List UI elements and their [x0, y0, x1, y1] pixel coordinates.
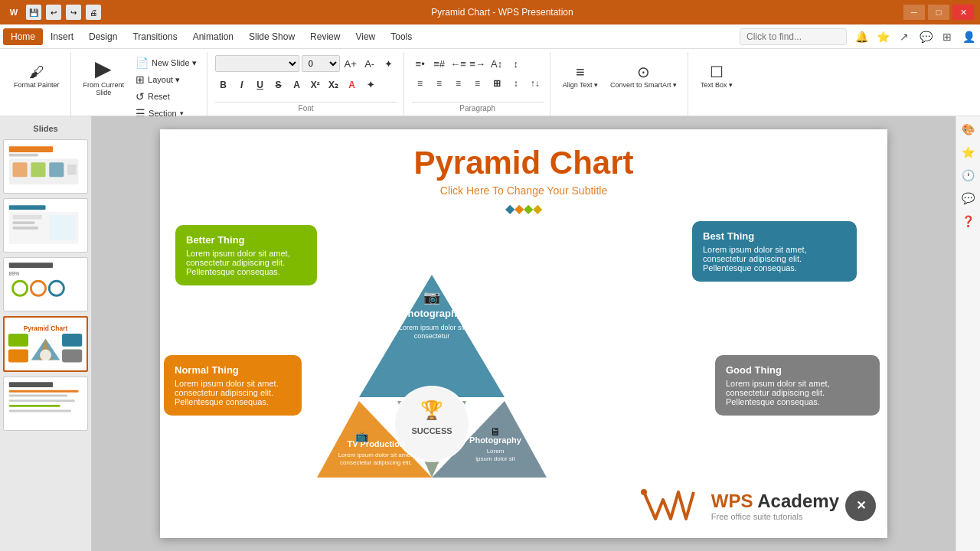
minimize-button[interactable]: ─ [903, 5, 925, 20]
align-text-icon: ≡ [576, 64, 585, 80]
slide-canvas[interactable]: Pyramid Chart Click Here To Change Your … [160, 129, 887, 538]
save-icon[interactable]: 💾 [26, 5, 41, 20]
text-shadow-button[interactable]: A [289, 77, 305, 93]
text-dir-button[interactable]: A↕ [488, 55, 505, 72]
slide-thumb-1[interactable] [3, 139, 88, 194]
comment-icon[interactable]: 💬 [917, 28, 934, 45]
decrease-font-button[interactable]: A- [361, 55, 378, 72]
convert-smartart-label: Convert to SmartArt ▾ [610, 81, 677, 89]
print-icon[interactable]: 🖨 [86, 5, 101, 20]
aligntext-content: ≡ Align Text ▾ ⊙ Convert to SmartArt ▾ [558, 55, 681, 112]
menu-design[interactable]: Design [81, 28, 125, 45]
svg-rect-35 [9, 405, 60, 407]
italic-button[interactable]: I [234, 77, 250, 93]
title-bar: W 💾 ↩ ↪ 🖨 Pyramid Chart - WPS Presentati… [0, 0, 980, 24]
from-current-slide-button[interactable]: ▶ From CurrentSlide [79, 55, 129, 99]
slide-thumb-4[interactable]: Pyramid Chart [3, 316, 88, 372]
decrease-indent-button[interactable]: ←≡ [450, 55, 467, 72]
wps-close-circle[interactable]: ✕ [845, 491, 876, 521]
font-row: 0 A+ A- ✦ [215, 55, 397, 72]
svg-rect-14 [49, 215, 74, 240]
superscript-button[interactable]: X² [307, 77, 324, 93]
layout-button[interactable]: ⊞ Layout ▾ [132, 72, 201, 87]
app-icon: W [6, 5, 21, 20]
pyramid-diagram: 🏆 SUCCESS Photography Lorem ipsum dolor … [260, 259, 604, 520]
reset-button[interactable]: ↺ Reset [132, 89, 201, 104]
history-sidebar-icon[interactable]: 🕐 [959, 165, 978, 185]
format-painter-button[interactable]: 🖌 Format Painter [9, 55, 64, 98]
best-thing-body: Lorem ipsum dolor sit amet, consectetur … [703, 245, 846, 272]
para-spacing-button[interactable]: ↑↓ [527, 75, 544, 92]
align-left-button[interactable]: ≡ [412, 75, 429, 92]
font-color-button[interactable]: A [344, 77, 361, 93]
share-icon[interactable]: ↗ [896, 28, 913, 45]
menu-tools[interactable]: Tools [383, 28, 420, 45]
menu-animation[interactable]: Animation [185, 28, 241, 45]
ribbon-group-aligntext: ≡ Align Text ▾ ⊙ Convert to SmartArt ▾ [552, 52, 688, 116]
comment-sidebar-icon[interactable]: 💬 [959, 188, 978, 208]
bullet-list-button[interactable]: ≡• [412, 55, 429, 72]
menu-transitions[interactable]: Transitions [125, 28, 185, 45]
svg-rect-33 [9, 395, 67, 397]
font-family-select[interactable] [215, 55, 299, 72]
maximize-button[interactable]: □ [928, 5, 949, 20]
window-controls: ─ □ ✕ [903, 5, 974, 20]
menu-insert[interactable]: Insert [43, 28, 81, 45]
align-text-button[interactable]: ≡ Align Text ▾ [558, 55, 603, 98]
svg-rect-7 [67, 165, 76, 174]
font-size-select[interactable]: 0 [302, 55, 340, 72]
svg-rect-31 [9, 382, 53, 387]
convert-smartart-button[interactable]: ⊙ Convert to SmartArt ▾ [606, 55, 681, 98]
menu-slideshow[interactable]: Slide Show [241, 28, 302, 45]
menu-view[interactable]: View [348, 28, 383, 45]
paragraph-group-label: Paragraph [412, 102, 544, 112]
increase-font-button[interactable]: A+ [342, 55, 359, 72]
svg-text:🖥: 🖥 [490, 425, 501, 438]
align-right-button[interactable]: ≡ [450, 75, 467, 92]
increase-indent-button[interactable]: ≡→ [469, 55, 486, 72]
star-sidebar-icon[interactable]: ⭐ [959, 142, 978, 162]
highlight-button[interactable]: ✦ [362, 77, 379, 93]
svg-rect-4 [13, 162, 28, 177]
svg-point-29 [40, 350, 51, 361]
design-sidebar-icon[interactable]: 🎨 [959, 119, 978, 139]
justify-button[interactable]: ≡ [469, 75, 486, 92]
text-box-button[interactable]: ☐ Text Box ▾ [696, 55, 737, 98]
star-icon[interactable]: ⭐ [874, 28, 891, 45]
strikethrough-button[interactable]: S [270, 77, 287, 93]
svg-text:🏆: 🏆 [420, 399, 443, 421]
menu-home[interactable]: Home [3, 28, 43, 45]
font-content: 0 A+ A- ✦ B I U S A X² X₂ A ✦ [215, 55, 397, 100]
bold-button[interactable]: B [215, 77, 232, 93]
underline-button[interactable]: U [252, 77, 269, 93]
svg-text:Lorem ipsum dolor sit: Lorem ipsum dolor sit [399, 324, 466, 331]
slide-thumb-2[interactable] [3, 198, 88, 253]
columns-button[interactable]: ⊞ [488, 75, 505, 92]
redo-icon[interactable]: ↪ [66, 5, 81, 20]
undo-icon[interactable]: ↩ [46, 5, 61, 20]
help-sidebar-icon[interactable]: ❓ [959, 211, 978, 231]
bell-icon[interactable]: 🔔 [853, 28, 870, 45]
slide-thumb-3[interactable]: 89% [3, 257, 88, 311]
format-row: B I U S A X² X₂ A ✦ [215, 77, 379, 93]
sort-button[interactable]: ↕ [508, 55, 524, 72]
align-center-button[interactable]: ≡ [431, 75, 448, 92]
ribbon-group-clipboard: 🖌 Format Painter [3, 52, 71, 116]
best-thing-title: Best Thing [703, 230, 846, 242]
subscript-button[interactable]: X₂ [325, 77, 342, 93]
subtitle-highlight: Your Subtitle [547, 184, 607, 197]
new-slide-button[interactable]: 📄 New Slide ▾ [132, 55, 201, 70]
menu-review[interactable]: Review [302, 28, 348, 45]
grid-icon[interactable]: ⊞ [939, 28, 956, 45]
new-slide-icon: 📄 [136, 57, 149, 68]
svg-text:SUCCESS: SUCCESS [411, 426, 452, 435]
menu-search-input[interactable] [740, 28, 847, 45]
line-spacing-button[interactable]: ↕ [508, 75, 524, 92]
clear-format-button[interactable]: ✦ [381, 55, 397, 72]
slide-thumb-5[interactable] [3, 377, 88, 431]
new-slide-label: New Slide ▾ [152, 58, 197, 68]
close-button[interactable]: ✕ [952, 5, 974, 20]
numbered-list-button[interactable]: ≡# [431, 55, 448, 72]
svg-rect-12 [13, 221, 35, 224]
account-icon[interactable]: 👤 [960, 28, 977, 45]
